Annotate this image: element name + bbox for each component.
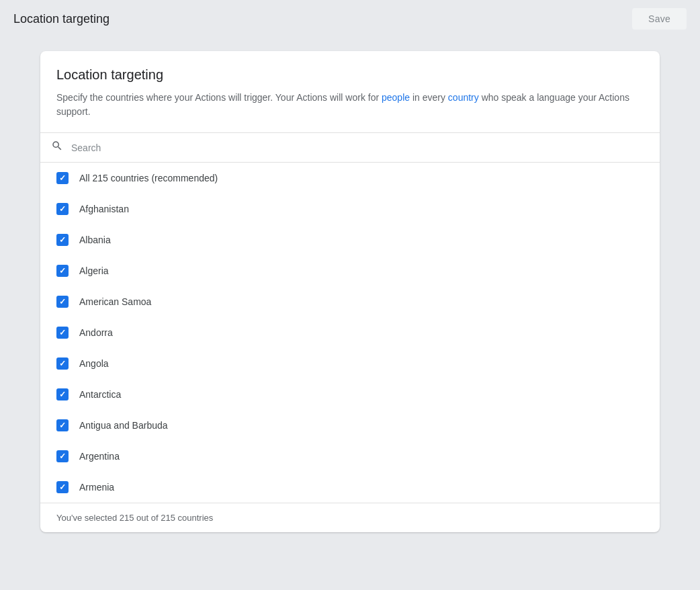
country-list[interactable]: ✓All 215 countries (recommended)✓Afghani… [40,163,660,503]
list-item[interactable]: ✓Argentina [40,441,660,472]
page-title: Location targeting [13,12,110,26]
checkbox[interactable]: ✓ [56,234,69,246]
checkbox[interactable]: ✓ [56,203,69,215]
country-name: Antigua and Barbuda [79,420,168,431]
card-header: Location targeting Specify the countries… [40,51,660,133]
check-icon: ✓ [59,329,66,337]
list-item[interactable]: ✓Andorra [40,317,660,348]
check-icon: ✓ [59,236,66,244]
list-item[interactable]: ✓American Samoa [40,286,660,317]
checkbox[interactable]: ✓ [56,419,69,431]
save-button[interactable]: Save [632,8,687,30]
country-name: Andorra [79,327,113,338]
people-link[interactable]: people [382,92,410,103]
check-icon: ✓ [59,421,66,429]
checkbox[interactable]: ✓ [56,357,69,370]
list-item[interactable]: ✓Albania [40,224,660,255]
country-name: Algeria [79,265,109,276]
main-content: Location targeting Specify the countries… [0,38,700,546]
list-item[interactable]: ✓Armenia [40,472,660,503]
country-name: Armenia [79,482,114,493]
country-name: Argentina [79,451,120,462]
checkbox[interactable]: ✓ [56,481,69,493]
checkbox[interactable]: ✓ [56,172,69,184]
country-name: Angola [79,358,109,369]
list-item[interactable]: ✓Antarctica [40,379,660,410]
list-item[interactable]: ✓Angola [40,348,660,379]
search-input[interactable] [71,142,649,153]
search-icon [51,140,63,155]
country-name: All 215 countries (recommended) [79,173,218,183]
checkbox[interactable]: ✓ [56,388,69,401]
card-description: Specify the countries where your Actions… [56,91,644,119]
country-name: Albania [79,235,111,245]
list-item[interactable]: ✓Afghanistan [40,194,660,224]
checkbox[interactable]: ✓ [56,327,69,339]
checkbox[interactable]: ✓ [56,296,69,308]
top-bar: Location targeting Save [0,0,700,38]
checkbox[interactable]: ✓ [56,450,69,462]
country-link[interactable]: country [448,92,479,103]
check-icon: ✓ [59,390,66,398]
checkbox[interactable]: ✓ [56,265,69,277]
card-footer: You've selected 215 out of 215 countries [40,503,660,532]
check-icon: ✓ [59,452,66,460]
check-icon: ✓ [59,360,66,368]
check-icon: ✓ [59,174,66,182]
location-targeting-card: Location targeting Specify the countries… [40,51,660,532]
check-icon: ✓ [59,205,66,213]
check-icon: ✓ [59,298,66,306]
country-name: Antarctica [79,389,121,400]
card-heading: Location targeting [56,67,644,83]
list-item[interactable]: ✓Algeria [40,255,660,286]
country-name: Afghanistan [79,204,129,214]
check-icon: ✓ [59,483,66,491]
check-icon: ✓ [59,267,66,275]
country-name: American Samoa [79,296,151,307]
search-container [40,133,660,163]
list-item[interactable]: ✓Antigua and Barbuda [40,410,660,441]
list-item[interactable]: ✓All 215 countries (recommended) [40,163,660,194]
